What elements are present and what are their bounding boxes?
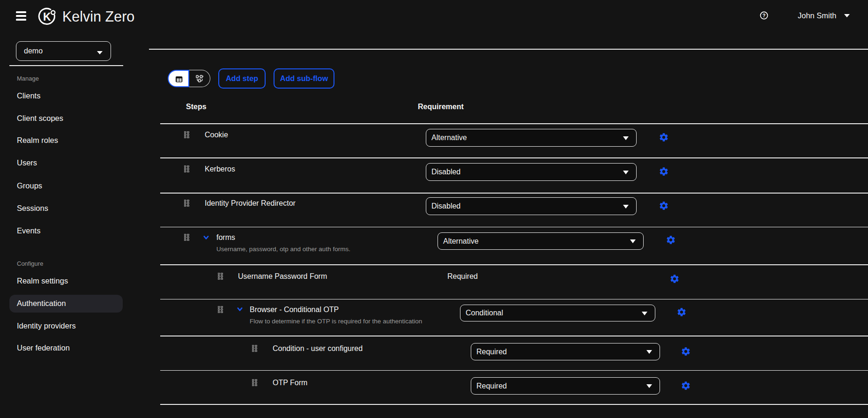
svg-text:K: K — [43, 11, 51, 23]
svg-text:?: ? — [763, 13, 765, 18]
